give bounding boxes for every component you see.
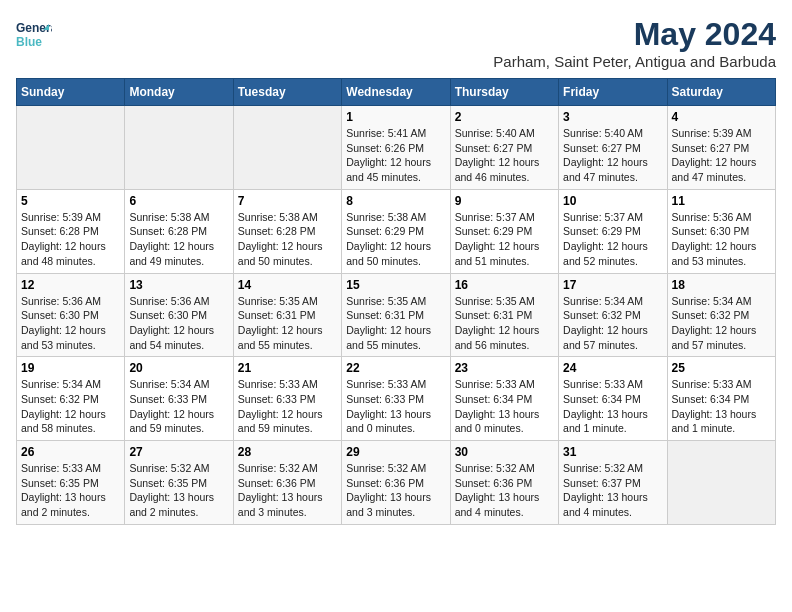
day-info: Sunrise: 5:39 AM Sunset: 6:27 PM Dayligh…: [672, 126, 771, 185]
day-info: Sunrise: 5:35 AM Sunset: 6:31 PM Dayligh…: [238, 294, 337, 353]
day-number: 22: [346, 361, 445, 375]
day-info: Sunrise: 5:33 AM Sunset: 6:34 PM Dayligh…: [672, 377, 771, 436]
calendar-table: SundayMondayTuesdayWednesdayThursdayFrid…: [16, 78, 776, 525]
day-number: 9: [455, 194, 554, 208]
calendar-cell: 9Sunrise: 5:37 AM Sunset: 6:29 PM Daylig…: [450, 189, 558, 273]
day-number: 21: [238, 361, 337, 375]
day-number: 2: [455, 110, 554, 124]
logo: General Blue: [16, 16, 52, 52]
calendar-header-row: SundayMondayTuesdayWednesdayThursdayFrid…: [17, 79, 776, 106]
calendar-cell: 19Sunrise: 5:34 AM Sunset: 6:32 PM Dayli…: [17, 357, 125, 441]
day-info: Sunrise: 5:32 AM Sunset: 6:35 PM Dayligh…: [129, 461, 228, 520]
calendar-cell: 21Sunrise: 5:33 AM Sunset: 6:33 PM Dayli…: [233, 357, 341, 441]
calendar-cell: 12Sunrise: 5:36 AM Sunset: 6:30 PM Dayli…: [17, 273, 125, 357]
calendar-cell: 23Sunrise: 5:33 AM Sunset: 6:34 PM Dayli…: [450, 357, 558, 441]
calendar-week-row: 1Sunrise: 5:41 AM Sunset: 6:26 PM Daylig…: [17, 106, 776, 190]
day-info: Sunrise: 5:34 AM Sunset: 6:32 PM Dayligh…: [563, 294, 662, 353]
day-info: Sunrise: 5:32 AM Sunset: 6:37 PM Dayligh…: [563, 461, 662, 520]
day-number: 13: [129, 278, 228, 292]
calendar-cell: 31Sunrise: 5:32 AM Sunset: 6:37 PM Dayli…: [559, 441, 667, 525]
day-number: 24: [563, 361, 662, 375]
day-info: Sunrise: 5:34 AM Sunset: 6:32 PM Dayligh…: [672, 294, 771, 353]
day-info: Sunrise: 5:41 AM Sunset: 6:26 PM Dayligh…: [346, 126, 445, 185]
calendar-week-row: 26Sunrise: 5:33 AM Sunset: 6:35 PM Dayli…: [17, 441, 776, 525]
day-number: 19: [21, 361, 120, 375]
day-number: 4: [672, 110, 771, 124]
column-header-thursday: Thursday: [450, 79, 558, 106]
calendar-cell: 10Sunrise: 5:37 AM Sunset: 6:29 PM Dayli…: [559, 189, 667, 273]
calendar-cell: 13Sunrise: 5:36 AM Sunset: 6:30 PM Dayli…: [125, 273, 233, 357]
column-header-sunday: Sunday: [17, 79, 125, 106]
day-info: Sunrise: 5:33 AM Sunset: 6:35 PM Dayligh…: [21, 461, 120, 520]
day-number: 25: [672, 361, 771, 375]
calendar-cell: [667, 441, 775, 525]
calendar-week-row: 5Sunrise: 5:39 AM Sunset: 6:28 PM Daylig…: [17, 189, 776, 273]
calendar-cell: [17, 106, 125, 190]
day-number: 10: [563, 194, 662, 208]
column-header-monday: Monday: [125, 79, 233, 106]
day-number: 11: [672, 194, 771, 208]
day-number: 5: [21, 194, 120, 208]
svg-text:Blue: Blue: [16, 35, 42, 49]
day-info: Sunrise: 5:34 AM Sunset: 6:32 PM Dayligh…: [21, 377, 120, 436]
day-number: 23: [455, 361, 554, 375]
location-title: Parham, Saint Peter, Antigua and Barbuda: [493, 53, 776, 70]
day-info: Sunrise: 5:38 AM Sunset: 6:28 PM Dayligh…: [238, 210, 337, 269]
calendar-cell: 7Sunrise: 5:38 AM Sunset: 6:28 PM Daylig…: [233, 189, 341, 273]
day-info: Sunrise: 5:33 AM Sunset: 6:33 PM Dayligh…: [238, 377, 337, 436]
day-info: Sunrise: 5:32 AM Sunset: 6:36 PM Dayligh…: [455, 461, 554, 520]
column-header-wednesday: Wednesday: [342, 79, 450, 106]
calendar-cell: [233, 106, 341, 190]
day-info: Sunrise: 5:33 AM Sunset: 6:34 PM Dayligh…: [563, 377, 662, 436]
calendar-cell: 15Sunrise: 5:35 AM Sunset: 6:31 PM Dayli…: [342, 273, 450, 357]
day-number: 3: [563, 110, 662, 124]
day-info: Sunrise: 5:33 AM Sunset: 6:33 PM Dayligh…: [346, 377, 445, 436]
day-info: Sunrise: 5:32 AM Sunset: 6:36 PM Dayligh…: [238, 461, 337, 520]
column-header-friday: Friday: [559, 79, 667, 106]
calendar-cell: 18Sunrise: 5:34 AM Sunset: 6:32 PM Dayli…: [667, 273, 775, 357]
day-info: Sunrise: 5:37 AM Sunset: 6:29 PM Dayligh…: [563, 210, 662, 269]
day-info: Sunrise: 5:38 AM Sunset: 6:29 PM Dayligh…: [346, 210, 445, 269]
day-info: Sunrise: 5:36 AM Sunset: 6:30 PM Dayligh…: [129, 294, 228, 353]
calendar-cell: 30Sunrise: 5:32 AM Sunset: 6:36 PM Dayli…: [450, 441, 558, 525]
day-number: 1: [346, 110, 445, 124]
calendar-week-row: 19Sunrise: 5:34 AM Sunset: 6:32 PM Dayli…: [17, 357, 776, 441]
calendar-week-row: 12Sunrise: 5:36 AM Sunset: 6:30 PM Dayli…: [17, 273, 776, 357]
day-info: Sunrise: 5:40 AM Sunset: 6:27 PM Dayligh…: [455, 126, 554, 185]
day-info: Sunrise: 5:33 AM Sunset: 6:34 PM Dayligh…: [455, 377, 554, 436]
day-number: 18: [672, 278, 771, 292]
day-number: 20: [129, 361, 228, 375]
day-number: 16: [455, 278, 554, 292]
column-header-saturday: Saturday: [667, 79, 775, 106]
calendar-cell: 26Sunrise: 5:33 AM Sunset: 6:35 PM Dayli…: [17, 441, 125, 525]
day-number: 12: [21, 278, 120, 292]
day-number: 14: [238, 278, 337, 292]
day-number: 27: [129, 445, 228, 459]
day-number: 29: [346, 445, 445, 459]
calendar-cell: 25Sunrise: 5:33 AM Sunset: 6:34 PM Dayli…: [667, 357, 775, 441]
calendar-cell: 29Sunrise: 5:32 AM Sunset: 6:36 PM Dayli…: [342, 441, 450, 525]
calendar-cell: 14Sunrise: 5:35 AM Sunset: 6:31 PM Dayli…: [233, 273, 341, 357]
day-info: Sunrise: 5:35 AM Sunset: 6:31 PM Dayligh…: [346, 294, 445, 353]
day-info: Sunrise: 5:35 AM Sunset: 6:31 PM Dayligh…: [455, 294, 554, 353]
day-number: 31: [563, 445, 662, 459]
calendar-cell: 4Sunrise: 5:39 AM Sunset: 6:27 PM Daylig…: [667, 106, 775, 190]
calendar-cell: 24Sunrise: 5:33 AM Sunset: 6:34 PM Dayli…: [559, 357, 667, 441]
calendar-cell: 6Sunrise: 5:38 AM Sunset: 6:28 PM Daylig…: [125, 189, 233, 273]
calendar-cell: 17Sunrise: 5:34 AM Sunset: 6:32 PM Dayli…: [559, 273, 667, 357]
day-info: Sunrise: 5:39 AM Sunset: 6:28 PM Dayligh…: [21, 210, 120, 269]
day-number: 28: [238, 445, 337, 459]
calendar-cell: 5Sunrise: 5:39 AM Sunset: 6:28 PM Daylig…: [17, 189, 125, 273]
calendar-cell: 27Sunrise: 5:32 AM Sunset: 6:35 PM Dayli…: [125, 441, 233, 525]
calendar-cell: 1Sunrise: 5:41 AM Sunset: 6:26 PM Daylig…: [342, 106, 450, 190]
calendar-cell: 28Sunrise: 5:32 AM Sunset: 6:36 PM Dayli…: [233, 441, 341, 525]
day-info: Sunrise: 5:36 AM Sunset: 6:30 PM Dayligh…: [21, 294, 120, 353]
day-number: 6: [129, 194, 228, 208]
day-info: Sunrise: 5:34 AM Sunset: 6:33 PM Dayligh…: [129, 377, 228, 436]
title-area: May 2024 Parham, Saint Peter, Antigua an…: [493, 16, 776, 70]
calendar-cell: [125, 106, 233, 190]
calendar-cell: 2Sunrise: 5:40 AM Sunset: 6:27 PM Daylig…: [450, 106, 558, 190]
logo-graphic-icon: General Blue: [16, 16, 52, 52]
day-number: 15: [346, 278, 445, 292]
day-number: 26: [21, 445, 120, 459]
